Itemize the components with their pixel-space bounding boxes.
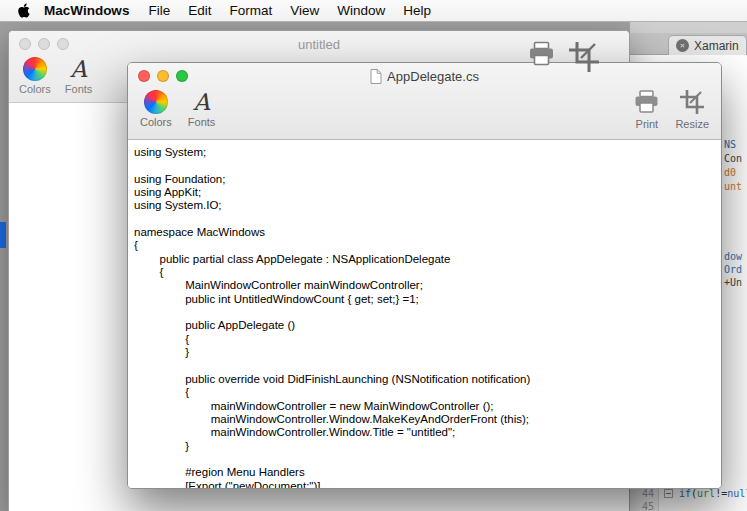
appdelegate-toolbar: Colors A Fonts: [140, 90, 709, 130]
menu-item-window[interactable]: Window: [328, 0, 394, 22]
xamarin-tab-bar: ✕ Xamarin: [630, 33, 747, 55]
code-token: url: [697, 488, 715, 499]
fonts-label: Fonts: [65, 83, 93, 95]
code-fragment: unt: [724, 181, 742, 192]
code-text[interactable]: using System; using Foundation; using Ap…: [128, 140, 721, 488]
close-tab-icon[interactable]: ✕: [676, 39, 689, 52]
menu-item-help[interactable]: Help: [394, 0, 440, 22]
code-fragment: Con: [724, 153, 742, 164]
print-button[interactable]: Print: [634, 90, 659, 130]
xamarin-window-chrome: [630, 22, 747, 33]
code-line: 45: [630, 501, 747, 511]
fonts-button[interactable]: A Fonts: [188, 90, 216, 130]
code-fold-icon[interactable]: [664, 489, 673, 498]
menu-item-edit[interactable]: Edit: [179, 0, 220, 22]
tab-label: Xamarin: [694, 39, 739, 53]
appdelegate-titlebar[interactable]: AppDelegate.cs: [128, 63, 721, 89]
code-fragment: +Un: [724, 277, 742, 288]
code-token: !=: [715, 488, 727, 499]
code-token: null: [727, 488, 747, 499]
appdelegate-window-chrome: AppDelegate.cs Colors A Fonts: [128, 63, 721, 140]
code-line: 44 if (url != null) {: [630, 488, 747, 499]
code-fragment: Ord: [724, 264, 742, 275]
menu-item-view[interactable]: View: [281, 0, 328, 22]
code-token: if: [679, 488, 691, 499]
menu-bar: MacWindows File Edit Format View Window …: [0, 0, 747, 22]
print-icon: [634, 90, 659, 116]
appdelegate-window: AppDelegate.cs Colors A Fonts: [127, 62, 722, 489]
resize-label: Resize: [675, 118, 709, 130]
menu-item-format[interactable]: Format: [220, 0, 281, 22]
print-icon[interactable]: [528, 41, 555, 72]
color-wheel-icon: [144, 90, 168, 114]
crop-icon: [680, 90, 704, 116]
resize-button[interactable]: Resize: [675, 90, 709, 130]
crop-icon[interactable]: [568, 41, 600, 77]
apple-menu[interactable]: [17, 2, 31, 19]
fonts-icon: A: [67, 57, 91, 81]
document-icon: [370, 69, 382, 84]
code-fragment: d0: [724, 167, 736, 178]
line-number: 44: [630, 488, 654, 499]
menu-item-file[interactable]: File: [139, 0, 179, 22]
fonts-icon: A: [190, 90, 214, 114]
colors-label: Colors: [140, 116, 172, 128]
untitled-toolbar: Colors A Fonts: [19, 57, 92, 95]
fonts-button[interactable]: A Fonts: [65, 57, 93, 95]
print-label: Print: [636, 118, 659, 130]
color-wheel-icon: [23, 57, 47, 81]
colors-label: Colors: [19, 83, 51, 95]
colors-button[interactable]: Colors: [140, 90, 172, 130]
colors-button[interactable]: Colors: [19, 57, 51, 95]
code-fragment: NS: [724, 139, 736, 150]
text-editor[interactable]: using System; using Foundation; using Ap…: [128, 140, 721, 488]
background-selection-fragment: [0, 222, 6, 248]
line-number: 45: [630, 501, 654, 511]
background-toolbar-icons: [528, 41, 600, 77]
code-fragment: dow: [724, 251, 742, 262]
window-title-text: AppDelegate.cs: [387, 69, 479, 84]
fonts-label: Fonts: [188, 116, 216, 128]
menu-item-macwindows[interactable]: MacWindows: [34, 0, 139, 22]
desktop: ✕ Xamarin NS Con d0 unt dow Ord +Un 44 i…: [0, 0, 747, 511]
window-title: AppDelegate.cs: [128, 63, 721, 89]
tab-xamarin[interactable]: ✕ Xamarin: [668, 35, 747, 55]
